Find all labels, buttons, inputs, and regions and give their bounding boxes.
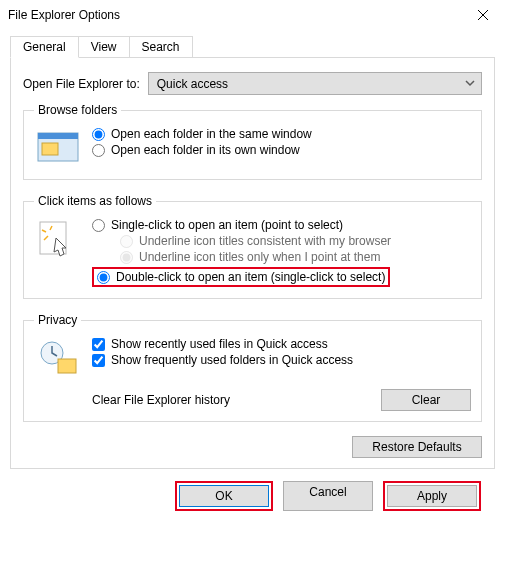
radio-same-window[interactable]: Open each folder in the same window [92,127,471,141]
clear-button[interactable]: Clear [381,389,471,411]
close-icon [478,10,488,20]
content-area: General View Search Open File Explorer t… [0,30,505,521]
privacy-legend: Privacy [34,313,81,327]
radio-underline-point: Underline icon titles only when I point … [120,250,471,264]
radio-double-click[interactable]: Double-click to open an item (single-cli… [97,270,385,284]
open-to-row: Open File Explorer to: Quick access [23,72,482,95]
privacy-group: Privacy Show recently used files in Quic… [23,313,482,422]
cancel-button[interactable]: Cancel [283,481,373,511]
open-to-label: Open File Explorer to: [23,77,140,91]
close-button[interactable] [460,0,505,30]
check-freq-folders[interactable]: Show frequently used folders in Quick ac… [92,353,471,367]
radio-own-window[interactable]: Open each folder in its own window [92,143,471,157]
svg-rect-5 [58,359,76,373]
browse-folders-legend: Browse folders [34,103,121,117]
radio-underline-browser: Underline icon titles consistent with my… [120,234,471,248]
clear-history-label: Clear File Explorer history [92,393,230,407]
click-items-legend: Click items as follows [34,194,156,208]
ok-button[interactable]: OK [179,485,269,507]
highlight-apply: Apply [383,481,481,511]
history-clock-icon [34,335,82,379]
dialog-buttons: OK Cancel Apply [10,469,495,511]
svg-rect-1 [38,133,78,139]
click-items-group: Click items as follows Single-click to o… [23,194,482,299]
chevron-down-icon [465,77,475,91]
cursor-click-icon [34,216,82,260]
tab-search[interactable]: Search [130,36,193,58]
tab-row: General View Search [10,36,495,58]
check-recent-files[interactable]: Show recently used files in Quick access [92,337,471,351]
browse-folders-group: Browse folders Open each folder in the s… [23,103,482,180]
highlight-double-click: Double-click to open an item (single-cli… [92,267,390,287]
titlebar: File Explorer Options [0,0,505,30]
open-to-value: Quick access [157,77,228,91]
apply-button[interactable]: Apply [387,485,477,507]
svg-rect-2 [42,143,58,155]
tab-panel-general: Open File Explorer to: Quick access Brow… [10,57,495,469]
open-to-select[interactable]: Quick access [148,72,482,95]
tab-view[interactable]: View [79,36,130,58]
radio-single-click[interactable]: Single-click to open an item (point to s… [92,218,471,232]
restore-defaults-button[interactable]: Restore Defaults [352,436,482,458]
window-title: File Explorer Options [8,8,120,22]
highlight-ok: OK [175,481,273,511]
folder-window-icon [34,125,82,169]
tab-general[interactable]: General [10,36,79,58]
